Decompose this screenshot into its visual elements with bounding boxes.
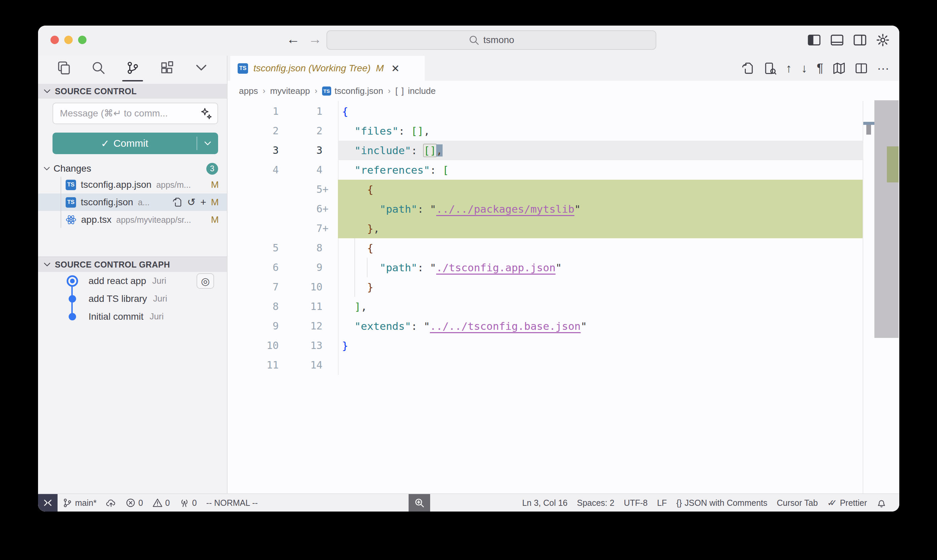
code-line[interactable]: 1013} <box>228 336 899 355</box>
more-icon[interactable]: ··· <box>877 62 889 74</box>
pilcrow-icon[interactable]: ¶ <box>817 62 823 74</box>
code-editor[interactable]: 11{22 "files": [],33 "include": [],44 "r… <box>228 101 899 375</box>
chevron-down-icon <box>43 260 51 269</box>
statusbar-item-0[interactable]: 0 <box>148 494 175 512</box>
activity-item-source-control[interactable] <box>124 58 141 79</box>
breadcrumb-item-myviteapp[interactable]: myviteapp <box>270 86 310 96</box>
activity-item-files[interactable] <box>55 58 72 79</box>
sparkle-ai-icon[interactable] <box>200 107 212 120</box>
token: { <box>367 242 374 254</box>
activity-item-search[interactable] <box>90 58 107 79</box>
checkout-target-button[interactable]: ◎ <box>197 273 214 289</box>
token: [] <box>411 125 423 137</box>
discard-icon[interactable]: ↺ <box>187 197 195 207</box>
open-file-icon[interactable] <box>172 197 182 207</box>
statusbar-item[interactable] <box>101 494 121 512</box>
statusbar-label: UTF-8 <box>624 498 648 508</box>
code-line[interactable]: 710 } <box>228 277 899 297</box>
code-line[interactable]: 69 "path": "./tsconfig.app.json" <box>228 258 899 277</box>
stage-icon[interactable]: + <box>200 197 206 207</box>
zoom-window-button[interactable] <box>78 36 86 44</box>
close-tab-icon[interactable]: ✕ <box>391 63 400 74</box>
code-line[interactable]: 58 { <box>228 238 899 258</box>
statusbar-item-spaces-2[interactable]: Spaces: 2 <box>572 494 619 512</box>
statusbar-item-cursor-tab[interactable]: Cursor Tab <box>772 494 823 512</box>
commit-author: Juri <box>153 294 167 304</box>
toggle-panel-icon[interactable] <box>830 33 844 47</box>
file-row-tsconfig.json[interactable]: TStsconfig.jsona...↺+M <box>38 194 227 211</box>
token: " <box>580 320 587 332</box>
commit-dropdown-button[interactable] <box>197 137 218 150</box>
close-window-button[interactable] <box>51 36 59 44</box>
tab-tsconfig-working-tree[interactable]: TS tsconfig.json (Working Tree) M ✕ <box>230 56 425 81</box>
toggle-secondary-sidebar-icon[interactable] <box>853 33 867 47</box>
statusbar-item--normal-[interactable]: -- NORMAL -- <box>202 494 263 512</box>
line-number-modified: 2 <box>278 121 322 141</box>
breadcrumb-separator: › <box>315 86 317 95</box>
forward-button[interactable]: → <box>306 32 325 47</box>
minimize-window-button[interactable] <box>64 36 73 44</box>
commit-row[interactable]: add react appJuri◎ <box>38 272 227 290</box>
settings-gear-icon[interactable] <box>876 33 890 47</box>
changes-header[interactable]: Changes 3 <box>38 161 227 176</box>
statusbar-item[interactable] <box>872 494 891 512</box>
line-number-modified: 13 <box>278 336 322 355</box>
breadcrumb-item-tsconfig.json[interactable]: TStsconfig.json <box>322 86 383 96</box>
line-content: { <box>338 102 863 121</box>
code-line[interactable]: 5+ { <box>228 180 899 199</box>
code-line[interactable]: 912 "extends": "../../tsconfig.base.json… <box>228 316 899 336</box>
toggle-primary-sidebar-icon[interactable] <box>807 33 821 47</box>
commit-row[interactable]: add TS libraryJuri <box>38 290 227 308</box>
statusbar-item-json-with-comments[interactable]: {}JSON with Comments <box>671 494 772 512</box>
arrow-up-icon[interactable]: ↑ <box>786 62 792 74</box>
zoom-mode-indicator[interactable] <box>409 494 430 512</box>
chevron-down-icon <box>194 61 208 75</box>
token: " <box>424 320 430 332</box>
code-line[interactable]: 33 "include": [], <box>228 141 899 160</box>
statusbar-item-main-[interactable]: main* <box>58 494 101 512</box>
breadcrumb-item-apps[interactable]: apps <box>239 86 258 96</box>
remote-indicator[interactable] <box>38 494 58 512</box>
commit-button[interactable]: ✓ Commit <box>52 132 218 154</box>
line-number-modified: 7+ <box>278 219 322 238</box>
source-control-graph-header[interactable]: SOURCE CONTROL GRAPH <box>38 257 227 272</box>
statusbar-item-prettier[interactable]: ✓✓Prettier <box>823 494 872 512</box>
line-number-original: 11 <box>228 355 278 375</box>
code-line[interactable]: 811 ], <box>228 297 899 316</box>
code-line[interactable]: 22 "files": [], <box>228 121 899 141</box>
react-icon <box>66 214 76 225</box>
open-changes-icon[interactable] <box>742 62 754 75</box>
map-icon[interactable] <box>833 62 845 75</box>
split-editor-icon[interactable] <box>855 62 868 75</box>
commit-row[interactable]: Initial commitJuri <box>38 308 227 325</box>
code-line[interactable]: 6+ "path": "../../packages/mytslib" <box>228 199 899 219</box>
statusbar-item-utf-8[interactable]: UTF-8 <box>619 494 652 512</box>
activity-item-chevron-down[interactable] <box>193 58 210 79</box>
diff-added-marker <box>887 146 899 182</box>
chevron-down-icon <box>43 87 51 95</box>
file-row-tsconfig.app.json[interactable]: TStsconfig.app.jsonapps/m...M <box>38 176 227 194</box>
statusbar-item-0[interactable]: 0 <box>175 494 202 512</box>
scrollbar-thumb[interactable] <box>874 100 899 338</box>
code-line[interactable]: 7+ }, <box>228 219 899 238</box>
code-line[interactable]: 1114 <box>228 355 899 375</box>
command-center-search[interactable]: tsmono <box>326 30 656 50</box>
commit-message: add react app <box>89 275 146 286</box>
source-control-header[interactable]: SOURCE CONTROL <box>38 84 227 98</box>
code-line[interactable]: 44 "references": [ <box>228 160 899 180</box>
branch-icon <box>62 498 72 508</box>
line-content: "include": [], <box>338 141 863 160</box>
commit-message-input[interactable] <box>52 103 218 124</box>
line-number-original: 1 <box>228 102 278 121</box>
activity-item-extensions[interactable] <box>158 58 175 79</box>
arrow-down-icon[interactable]: ↓ <box>802 62 808 74</box>
breadcrumb-item-include[interactable]: [ ]include <box>395 86 435 96</box>
statusbar-item-ln-3-col-16[interactable]: Ln 3, Col 16 <box>517 494 572 512</box>
back-button[interactable]: ← <box>284 32 303 47</box>
statusbar-item-lf[interactable]: LF <box>652 494 671 512</box>
token <box>342 203 380 215</box>
code-line[interactable]: 11{ <box>228 102 899 121</box>
file-row-app.tsx[interactable]: app.tsxapps/myviteapp/sr...M <box>38 211 227 229</box>
inline-view-icon[interactable] <box>764 62 777 75</box>
statusbar-item-0[interactable]: 0 <box>121 494 148 512</box>
